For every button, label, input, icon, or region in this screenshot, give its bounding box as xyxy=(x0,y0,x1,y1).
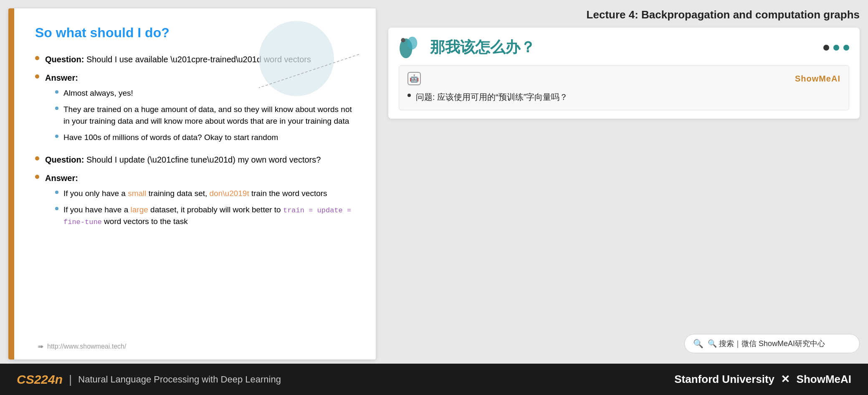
dot-dark xyxy=(823,45,829,51)
translation-card: 那我该怎么办？ 🤖 ShowMeAI xyxy=(388,28,860,119)
bullet-text: Answer: If you only have a small trainin… xyxy=(45,172,355,232)
footer-url: http://www.showmeai.tech/ xyxy=(47,343,126,350)
sub-text: They are trained on a huge amount of dat… xyxy=(63,104,355,127)
list-item: Answer: If you only have a small trainin… xyxy=(35,172,355,232)
bold-label: Question: xyxy=(45,155,84,164)
sub-bullet xyxy=(55,90,58,94)
main-container: So what should I do? Question: Should I … xyxy=(0,0,868,395)
list-item: If you only have a small training data s… xyxy=(55,188,355,200)
search-icon: 🔍 xyxy=(693,339,704,349)
bold-label: Answer: xyxy=(45,173,78,183)
dashed-line xyxy=(246,50,363,92)
bullet-dot xyxy=(35,74,39,79)
bullet-dot xyxy=(35,56,39,60)
list-item: Question: Should I update (\u201cfine tu… xyxy=(35,153,355,166)
bottom-left: CS224n | Natural Language Processing wit… xyxy=(17,372,281,387)
dot-teal xyxy=(833,45,839,51)
bullet-text: Question: Should I update (\u201cfine tu… xyxy=(45,153,321,166)
translation-header: 那我该怎么办？ xyxy=(399,36,849,59)
sub-bullet xyxy=(55,135,58,138)
list-item: They are trained on a huge amount of dat… xyxy=(55,104,355,127)
cs224n-label: CS224n xyxy=(17,372,63,387)
search-text: 🔍 搜索｜微信 ShowMeAI研究中心 xyxy=(708,339,825,349)
code-text: train = update = fine-tune xyxy=(63,206,351,227)
translation-content-text: 问题: 应该使用可用的“预训练”字向量吗？ xyxy=(416,90,568,104)
divider: | xyxy=(69,373,72,386)
sub-bullet xyxy=(55,191,58,194)
search-box[interactable]: 🔍 🔍 搜索｜微信 ShowMeAI研究中心 xyxy=(684,334,860,353)
svg-line-0 xyxy=(259,54,359,88)
robot-icon: 🤖 xyxy=(407,72,421,85)
sub-list: Almost always, yes! They are trained on … xyxy=(55,87,355,143)
translation-bullet-dot xyxy=(407,94,411,97)
showmeai-brand: ShowMeAI xyxy=(795,74,840,84)
sub-bullet xyxy=(55,207,58,210)
colored-text: large xyxy=(131,205,148,214)
cursor-icon: ➠ xyxy=(38,342,44,351)
x-mark: ✕ xyxy=(781,373,793,385)
dots-right xyxy=(823,45,849,51)
slide-panel: So what should I do? Question: Should I … xyxy=(8,8,376,359)
sub-list: If you only have a small training data s… xyxy=(55,188,355,228)
sub-text: Almost always, yes! xyxy=(63,87,133,99)
bullet-dot xyxy=(35,175,39,179)
slide-left-bar xyxy=(8,8,14,359)
right-panel: Lecture 4: Backpropagation and computati… xyxy=(384,0,868,364)
translation-title: 那我该怎么办？ xyxy=(430,37,535,58)
colored-text: small xyxy=(128,189,146,198)
bottom-bar: CS224n | Natural Language Processing wit… xyxy=(0,364,868,395)
sub-text: If you have have a large dataset, it pro… xyxy=(63,204,355,228)
slide-footer: ➠ http://www.showmeai.tech/ xyxy=(38,342,126,351)
bullet-dot xyxy=(35,156,39,161)
translation-bullet: 问题: 应该使用可用的“预训练”字向量吗？ xyxy=(407,90,840,104)
translation-content-box: 🤖 ShowMeAI 问题: 应该使用可用的“预训练”字向量吗？ xyxy=(399,65,849,110)
colored-text: don\u2019t xyxy=(210,189,249,198)
bold-label: Question: xyxy=(45,55,84,64)
showmeai-box-header: 🤖 ShowMeAI xyxy=(407,72,840,85)
wave-icon xyxy=(399,36,424,59)
svg-point-2 xyxy=(407,37,418,49)
robot-emoji: 🤖 xyxy=(410,74,419,83)
sub-text: Have 100s of millions of words of data? … xyxy=(63,132,278,144)
list-item: Have 100s of millions of words of data? … xyxy=(55,132,355,144)
showmeai-text: ShowMeAI xyxy=(797,373,851,385)
question-text: Should I update (\u201cfine tune\u201d) … xyxy=(86,155,321,164)
svg-point-3 xyxy=(401,38,405,42)
content-area: So what should I do? Question: Should I … xyxy=(0,0,868,364)
stanford-text: Stanford University xyxy=(674,373,774,385)
dot-teal xyxy=(843,45,849,51)
bold-label: Answer: xyxy=(45,73,78,82)
lecture-header: Lecture 4: Backpropagation and computati… xyxy=(388,4,860,28)
bottom-subtitle: Natural Language Processing with Deep Le… xyxy=(78,374,281,385)
sub-bullet xyxy=(55,107,58,110)
sub-text: If you only have a small training data s… xyxy=(63,188,327,200)
list-item: If you have have a large dataset, it pro… xyxy=(55,204,355,228)
bottom-right: Stanford University ✕ ShowMeAI xyxy=(674,373,851,386)
